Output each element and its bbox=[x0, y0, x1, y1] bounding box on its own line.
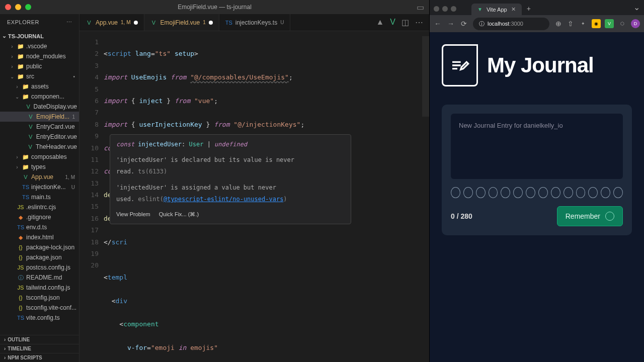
emoji-option[interactable] bbox=[538, 187, 548, 198]
tab-close-icon[interactable]: ✕ bbox=[511, 6, 516, 13]
tree-item[interactable]: TSmain.ts bbox=[0, 192, 79, 202]
tree-item[interactable]: JS.eslintrc.cjs bbox=[0, 202, 79, 212]
minimize-window[interactable] bbox=[15, 4, 21, 10]
folder-icon: 📁 bbox=[22, 164, 29, 170]
tree-item[interactable]: ›📁.vscode bbox=[0, 41, 79, 51]
tab-dropdown-icon[interactable]: ⌄ bbox=[633, 3, 640, 12]
js-icon: JS bbox=[17, 264, 24, 270]
browser-close[interactable] bbox=[434, 6, 439, 12]
project-header[interactable]: ⌄TS-JOURNAL bbox=[0, 31, 79, 41]
panel-outline[interactable]: › OUTLINE bbox=[0, 335, 79, 344]
smiley-icon bbox=[605, 212, 614, 221]
maximize-window[interactable] bbox=[25, 4, 31, 10]
vite-icon[interactable]: ▲ bbox=[376, 18, 384, 27]
view-problem-link[interactable]: View Problem bbox=[116, 211, 150, 217]
minimap[interactable] bbox=[422, 31, 429, 362]
emoji-option[interactable] bbox=[501, 187, 510, 198]
tree-item[interactable]: TSenv.d.ts bbox=[0, 222, 79, 232]
layout-icon[interactable]: ▭ bbox=[417, 3, 424, 12]
emoji-option[interactable] bbox=[476, 187, 486, 198]
emoji-option[interactable] bbox=[613, 187, 623, 198]
emoji-option[interactable] bbox=[551, 187, 560, 198]
emoji-option[interactable] bbox=[513, 187, 523, 198]
editor-tab[interactable]: VEmojiField.vue1 bbox=[144, 14, 219, 31]
tree-item[interactable]: ›📁types bbox=[0, 162, 79, 172]
browser-traffic-lights bbox=[434, 6, 456, 12]
new-tab-button[interactable]: + bbox=[527, 5, 531, 13]
tree-item[interactable]: TSinjectionKe...U bbox=[0, 182, 79, 192]
browser-tab[interactable]: ▼ Vite App ✕ bbox=[471, 4, 522, 15]
emoji-option[interactable] bbox=[489, 187, 498, 198]
tree-item[interactable]: VDateDisplay.vue bbox=[0, 102, 79, 112]
journal-header: My Journal bbox=[442, 44, 632, 86]
ext-vue[interactable]: V bbox=[605, 19, 614, 28]
editor-tab[interactable]: TSinjectionKeys.tsU bbox=[219, 14, 291, 31]
zoom-icon[interactable]: ⊕ bbox=[554, 20, 562, 28]
split-icon[interactable]: ◫ bbox=[401, 18, 409, 27]
tree-item[interactable]: {}package.json bbox=[0, 252, 79, 262]
tree-item[interactable]: ⌄📁src• bbox=[0, 71, 79, 81]
tree-item[interactable]: {}tsconfig.json bbox=[0, 293, 79, 303]
tree-item[interactable]: ⌄📁componen... bbox=[0, 92, 79, 102]
entry-textarea[interactable]: New Journal Entry for danielkelly_io bbox=[451, 114, 623, 179]
tree-item[interactable]: VEntryCard.vue bbox=[0, 122, 79, 132]
more-icon[interactable]: ⋯ bbox=[66, 19, 72, 26]
emoji-option[interactable] bbox=[576, 187, 586, 198]
tree-item[interactable]: ›📁assets bbox=[0, 81, 79, 92]
extensions-icon[interactable]: ✦ bbox=[579, 19, 588, 28]
tree-item[interactable]: {}tsconfig.vite-conf... bbox=[0, 303, 79, 313]
tree-item[interactable]: ◆.gitignore bbox=[0, 212, 79, 222]
folder-icon: 📁 bbox=[22, 83, 29, 90]
ext-1[interactable]: ◉ bbox=[592, 19, 601, 28]
site-info-icon[interactable]: ⓘ bbox=[479, 20, 485, 28]
emoji-option[interactable] bbox=[588, 187, 598, 198]
emoji-option[interactable] bbox=[564, 187, 573, 198]
tree-item[interactable]: JStailwind.config.js bbox=[0, 283, 79, 293]
hover-tooltip: const injectedUser: User | undefined 'in… bbox=[110, 134, 351, 224]
tree-item[interactable]: ›📁public bbox=[0, 61, 79, 71]
tree-item[interactable]: ›📁node_modules bbox=[0, 51, 79, 61]
editor-tab[interactable]: VApp.vue1, M bbox=[79, 14, 144, 31]
panel-npm scripts[interactable]: › NPM SCRIPTS bbox=[0, 353, 79, 362]
ext-3[interactable]: ⬡ bbox=[618, 19, 627, 28]
quick-fix-link[interactable]: Quick Fix... (⌘.) bbox=[159, 211, 199, 217]
browser-toolbar: ← → ⟳ ⓘ localhost:3000 ⊕ ⇧ ✦ ◉ V ⬡ D bbox=[430, 15, 644, 32]
share-icon[interactable]: ⇧ bbox=[567, 20, 575, 28]
forward-icon[interactable]: → bbox=[447, 20, 455, 28]
back-icon[interactable]: ← bbox=[434, 20, 442, 28]
remember-button[interactable]: Remember bbox=[557, 206, 623, 226]
tree-item[interactable]: JSpostcss.config.js bbox=[0, 262, 79, 273]
orange-icon: ◆ bbox=[17, 214, 24, 221]
browser-minimize[interactable] bbox=[442, 6, 448, 12]
address-bar[interactable]: ⓘ localhost:3000 bbox=[473, 18, 549, 30]
tree-item[interactable]: TSvite.config.ts bbox=[0, 313, 79, 323]
profile-avatar[interactable]: D bbox=[631, 19, 640, 28]
tree-item[interactable]: ⓘREADME.md bbox=[0, 273, 79, 283]
orange-icon: ◆ bbox=[17, 234, 24, 241]
browser-pane: ▼ Vite App ✕ + ⌄ ← → ⟳ ⓘ localhost:3000 … bbox=[429, 0, 644, 362]
emoji-option[interactable] bbox=[451, 187, 460, 198]
reload-icon[interactable]: ⟳ bbox=[460, 20, 468, 28]
folder-icon: 📁 bbox=[17, 63, 24, 70]
emoji-option[interactable] bbox=[526, 187, 535, 198]
panel-timeline[interactable]: › TIMELINE bbox=[0, 344, 79, 353]
emoji-option[interactable] bbox=[601, 187, 610, 198]
tree-item[interactable]: VEmojiField...1 bbox=[0, 112, 79, 122]
folder-icon: 📁 bbox=[22, 94, 29, 100]
close-window[interactable] bbox=[5, 4, 11, 10]
tree-item[interactable]: ›📁composables bbox=[0, 152, 79, 162]
folder-icon: 📁 bbox=[17, 73, 24, 80]
tree-item[interactable]: ◆index.html bbox=[0, 232, 79, 242]
more-icon[interactable]: ⋯ bbox=[415, 18, 423, 27]
code-editor[interactable]: 1234567891011121314151617181920 <script … bbox=[79, 31, 429, 362]
ide-body: EXPLORER ⋯ ⌄TS-JOURNAL ›📁.vscode›📁node_m… bbox=[0, 14, 429, 362]
tree-item[interactable]: VApp.vue1, M bbox=[0, 172, 79, 182]
vue-icon: V bbox=[27, 114, 34, 120]
browser-maximize[interactable] bbox=[451, 6, 456, 12]
tree-item[interactable]: {}package-lock.json bbox=[0, 242, 79, 252]
tree-item[interactable]: VEntryEditor.vue bbox=[0, 132, 79, 142]
emoji-option[interactable] bbox=[463, 187, 473, 198]
tree-item[interactable]: VTheHeader.vue bbox=[0, 142, 79, 152]
vue-icon[interactable]: V bbox=[390, 18, 395, 27]
title-text: EmojiField.vue — ts-journal bbox=[178, 4, 252, 11]
